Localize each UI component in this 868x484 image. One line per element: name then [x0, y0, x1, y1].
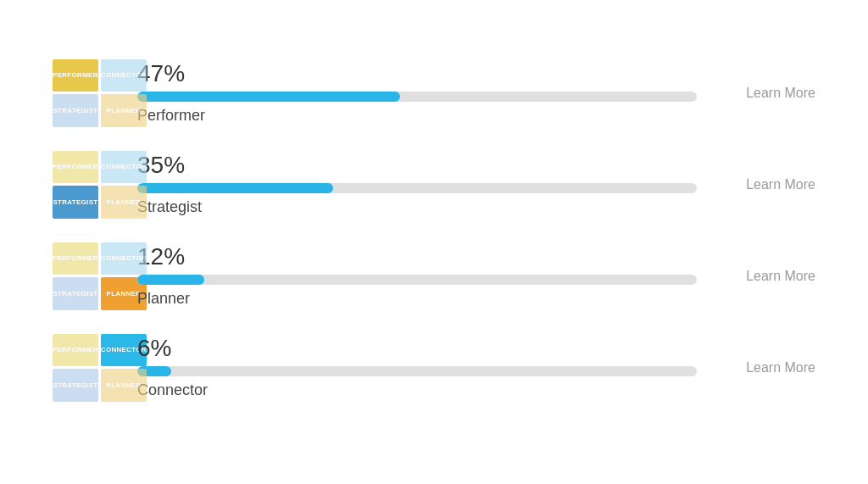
learn-more-planner[interactable]: Learn More: [714, 269, 815, 284]
list-item-performer: PERFORMERCONNECTORSTRATEGISTPLANNER47%Pe…: [53, 59, 815, 127]
label-performer: Performer: [137, 107, 697, 125]
label-planner: Planner: [137, 290, 697, 308]
learn-more-performer[interactable]: Learn More: [714, 86, 815, 101]
percentage-planner: 12%: [137, 244, 697, 270]
cell-strategist: STRATEGIST: [53, 94, 98, 127]
results-container: PERFORMERCONNECTORSTRATEGISTPLANNER47%Pe…: [27, 42, 841, 442]
cell-planner: PLANNER: [101, 94, 147, 127]
list-item-connector: PERFORMERCONNECTORSTRATEGISTPLANNER6%Con…: [53, 334, 815, 402]
grid-icon-connector: PERFORMERCONNECTORSTRATEGISTPLANNER: [53, 334, 120, 402]
info-performer: 47%Performer: [137, 61, 697, 125]
info-strategist: 35%Strategist: [137, 153, 697, 217]
bar-fill-planner: [137, 275, 204, 285]
grid-icon-performer: PERFORMERCONNECTORSTRATEGISTPLANNER: [53, 59, 120, 127]
bar-wrapper-planner: [137, 275, 697, 285]
label-connector: Connector: [137, 381, 697, 399]
percentage-strategist: 35%: [137, 153, 697, 179]
cell-strategist: STRATEGIST: [53, 369, 98, 402]
learn-more-strategist[interactable]: Learn More: [714, 177, 815, 192]
cell-strategist: STRATEGIST: [53, 186, 98, 219]
cell-connector: CONNECTOR: [101, 242, 147, 275]
cell-performer: PERFORMER: [53, 59, 98, 92]
cell-planner: PLANNER: [101, 186, 147, 219]
grid-icon-planner: PERFORMERCONNECTORSTRATEGISTPLANNER: [53, 242, 120, 310]
bar-wrapper-strategist: [137, 183, 697, 193]
cell-strategist: STRATEGIST: [53, 277, 98, 310]
grid-icon-strategist: PERFORMERCONNECTORSTRATEGISTPLANNER: [53, 151, 120, 219]
label-strategist: Strategist: [137, 198, 697, 216]
cell-performer: PERFORMER: [53, 242, 98, 275]
learn-more-connector[interactable]: Learn More: [714, 360, 815, 376]
cell-performer: PERFORMER: [53, 151, 98, 184]
cell-connector: CONNECTOR: [101, 151, 147, 184]
percentage-connector: 6%: [137, 336, 697, 362]
percentage-performer: 47%: [137, 61, 697, 87]
cell-performer: PERFORMER: [53, 334, 98, 367]
bar-wrapper-connector: [137, 366, 697, 376]
list-item-planner: PERFORMERCONNECTORSTRATEGISTPLANNER12%Pl…: [53, 242, 815, 310]
cell-planner: PLANNER: [101, 369, 147, 402]
bar-fill-strategist: [137, 183, 333, 193]
info-planner: 12%Planner: [137, 244, 697, 309]
bar-fill-performer: [137, 92, 400, 102]
info-connector: 6%Connector: [137, 336, 697, 400]
list-item-strategist: PERFORMERCONNECTORSTRATEGISTPLANNER35%St…: [53, 151, 815, 219]
cell-connector: CONNECTOR: [101, 59, 147, 92]
bar-wrapper-performer: [137, 92, 697, 102]
